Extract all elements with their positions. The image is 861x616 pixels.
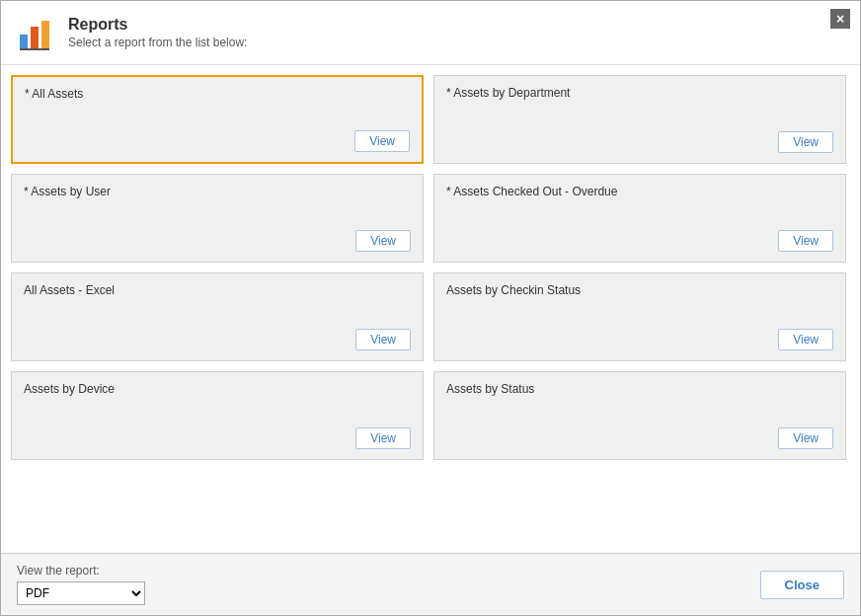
reports-grid: * All AssetsView* Assets by DepartmentVi… bbox=[11, 75, 850, 543]
view-button-all-assets[interactable]: View bbox=[354, 130, 410, 152]
report-card-footer-all-assets-excel: View bbox=[24, 329, 411, 350]
report-card-footer-assets-checked-out-overdue: View bbox=[446, 230, 833, 252]
dialog-subtitle: Select a report from the list below: bbox=[68, 36, 247, 49]
view-button-assets-by-device[interactable]: View bbox=[355, 427, 411, 449]
reports-icon bbox=[17, 13, 56, 52]
dialog-footer: View the report: PDFExcelHTML Close bbox=[1, 553, 860, 615]
report-title-assets-by-department: * Assets by Department bbox=[446, 86, 833, 100]
svg-rect-2 bbox=[41, 21, 49, 48]
svg-rect-1 bbox=[31, 27, 39, 48]
report-title-assets-checked-out-overdue: * Assets Checked Out - Overdue bbox=[446, 185, 833, 198]
format-label: View the report: bbox=[17, 564, 145, 578]
report-title-assets-by-user: * Assets by User bbox=[24, 185, 411, 198]
report-card-assets-by-device[interactable]: Assets by DeviceView bbox=[11, 371, 424, 460]
view-button-assets-by-department[interactable]: View bbox=[778, 131, 833, 153]
report-title-all-assets-excel: All Assets - Excel bbox=[24, 283, 411, 297]
report-card-assets-by-status[interactable]: Assets by StatusView bbox=[433, 371, 846, 460]
dialog-title: Reports bbox=[68, 16, 247, 34]
footer-format-area: View the report: PDFExcelHTML bbox=[17, 564, 145, 605]
report-card-footer-assets-by-status: View bbox=[446, 427, 833, 449]
view-button-assets-by-checkin-status[interactable]: View bbox=[778, 329, 833, 350]
report-card-all-assets-excel[interactable]: All Assets - ExcelView bbox=[11, 272, 424, 361]
report-card-footer-assets-by-device: View bbox=[24, 427, 411, 449]
report-card-footer-all-assets: View bbox=[25, 130, 410, 152]
report-title-assets-by-status: Assets by Status bbox=[446, 382, 833, 396]
format-select[interactable]: PDFExcelHTML bbox=[17, 581, 145, 605]
report-card-footer-assets-by-department: View bbox=[446, 131, 833, 153]
dialog-title-area: Reports Select a report from the list be… bbox=[68, 16, 247, 49]
report-title-assets-by-device: Assets by Device bbox=[24, 382, 411, 396]
report-title-assets-by-checkin-status: Assets by Checkin Status bbox=[446, 283, 833, 297]
report-card-footer-assets-by-user: View bbox=[24, 230, 411, 252]
reports-dialog: Reports Select a report from the list be… bbox=[0, 0, 861, 616]
view-button-all-assets-excel[interactable]: View bbox=[355, 329, 411, 350]
dialog-close-x-button[interactable]: × bbox=[830, 9, 850, 29]
report-card-all-assets[interactable]: * All AssetsView bbox=[11, 75, 424, 164]
report-card-assets-by-user[interactable]: * Assets by UserView bbox=[11, 174, 424, 263]
dialog-body: * All AssetsView* Assets by DepartmentVi… bbox=[1, 65, 860, 553]
view-button-assets-by-status[interactable]: View bbox=[778, 427, 833, 449]
report-card-assets-by-department[interactable]: * Assets by DepartmentView bbox=[433, 75, 846, 164]
report-card-assets-by-checkin-status[interactable]: Assets by Checkin StatusView bbox=[433, 272, 846, 361]
report-card-footer-assets-by-checkin-status: View bbox=[446, 329, 833, 350]
close-dialog-button[interactable]: Close bbox=[760, 571, 844, 599]
svg-rect-0 bbox=[20, 35, 28, 48]
view-button-assets-checked-out-overdue[interactable]: View bbox=[778, 230, 833, 252]
report-card-assets-checked-out-overdue[interactable]: * Assets Checked Out - OverdueView bbox=[433, 174, 846, 263]
svg-rect-3 bbox=[20, 48, 49, 50]
dialog-header: Reports Select a report from the list be… bbox=[1, 1, 860, 65]
report-title-all-assets: * All Assets bbox=[25, 87, 410, 101]
view-button-assets-by-user[interactable]: View bbox=[355, 230, 411, 252]
